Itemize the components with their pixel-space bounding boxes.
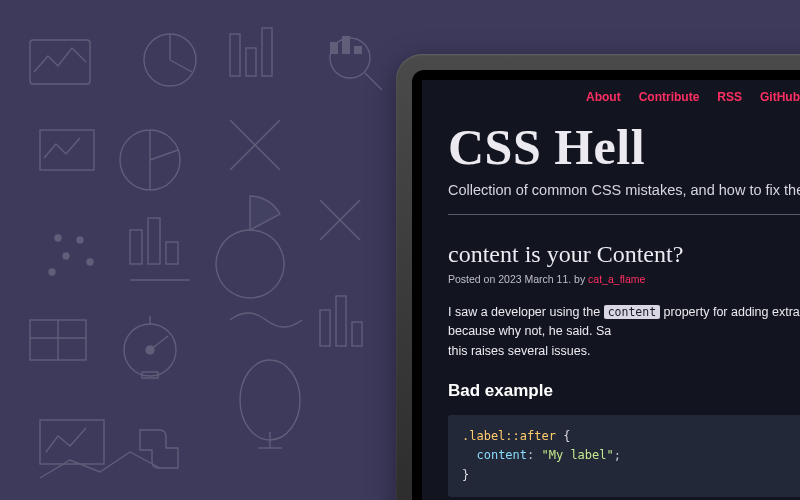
- svg-rect-42: [352, 322, 362, 346]
- svg-line-38: [320, 200, 360, 240]
- post-body: I saw a developer using the content prop…: [448, 303, 800, 361]
- svg-rect-5: [246, 48, 256, 76]
- header-divider: [448, 214, 800, 215]
- code-block: .label::after { content: "My label"; }: [448, 415, 800, 497]
- screen-content: About Contribute RSS GitHub T CSS Hell C…: [422, 80, 800, 500]
- svg-rect-0: [30, 40, 90, 84]
- svg-line-16: [230, 120, 280, 170]
- post-title: content is your Content?: [448, 241, 800, 268]
- svg-rect-34: [142, 372, 158, 378]
- svg-rect-25: [166, 242, 178, 264]
- code-semicolon: ;: [614, 448, 621, 462]
- post-meta-date: 2023 March 11.: [498, 273, 571, 285]
- svg-rect-40: [320, 310, 330, 346]
- svg-line-15: [150, 150, 178, 160]
- svg-rect-12: [40, 130, 94, 170]
- svg-rect-4: [230, 34, 240, 76]
- device-bezel: About Contribute RSS GitHub T CSS Hell C…: [412, 70, 800, 500]
- svg-rect-23: [130, 230, 142, 264]
- svg-rect-27: [30, 320, 86, 360]
- post-meta-prefix: Posted on: [448, 273, 498, 285]
- svg-line-8: [365, 73, 382, 90]
- svg-rect-6: [262, 28, 272, 76]
- site-tagline: Collection of common CSS mistakes, and h…: [448, 182, 800, 198]
- svg-line-3: [170, 60, 192, 72]
- code-prop: content: [476, 448, 527, 462]
- svg-rect-41: [336, 296, 346, 346]
- svg-point-20: [49, 269, 55, 275]
- code-open-brace: {: [556, 429, 570, 443]
- svg-line-33: [150, 336, 168, 350]
- svg-rect-37: [40, 420, 104, 464]
- svg-rect-24: [148, 218, 160, 264]
- svg-line-17: [230, 120, 280, 170]
- post-meta-by: by: [571, 273, 588, 285]
- svg-point-1: [144, 34, 196, 86]
- nav-rss[interactable]: RSS: [717, 90, 742, 104]
- svg-point-13: [120, 130, 180, 190]
- svg-point-19: [63, 253, 69, 259]
- nav-contribute[interactable]: Contribute: [639, 90, 700, 104]
- svg-point-22: [55, 235, 61, 241]
- post-author-link[interactable]: cat_a_flame: [588, 273, 645, 285]
- post-meta: Posted on 2023 March 11. by cat_a_flame: [448, 273, 800, 285]
- svg-point-18: [77, 237, 83, 243]
- nav-about[interactable]: About: [586, 90, 621, 104]
- post-body-line2: this raises several issues.: [448, 344, 590, 358]
- svg-point-30: [124, 324, 176, 376]
- svg-rect-11: [354, 46, 362, 54]
- svg-point-21: [87, 259, 93, 265]
- code-colon: :: [527, 448, 541, 462]
- code-value: "My label": [541, 448, 613, 462]
- device-frame: About Contribute RSS GitHub T CSS Hell C…: [396, 54, 800, 500]
- code-close-brace: }: [462, 468, 469, 482]
- post-body-before: I saw a developer using the: [448, 305, 604, 319]
- bad-example-heading: Bad example: [448, 381, 800, 401]
- svg-point-31: [146, 346, 154, 354]
- code-indent: [462, 448, 476, 462]
- svg-rect-9: [330, 42, 338, 54]
- top-nav: About Contribute RSS GitHub T: [448, 90, 800, 104]
- site-logo: CSS Hell: [448, 118, 800, 176]
- inline-code-content: content: [604, 305, 660, 319]
- svg-point-7: [330, 38, 370, 78]
- code-selector: .label::after: [462, 429, 556, 443]
- nav-github[interactable]: GitHub: [760, 90, 800, 104]
- svg-line-39: [320, 200, 360, 240]
- svg-rect-10: [342, 36, 350, 54]
